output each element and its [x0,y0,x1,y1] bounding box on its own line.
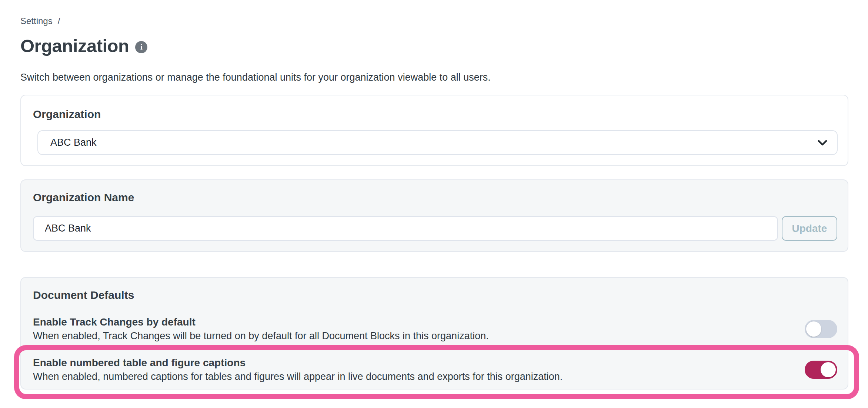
organization-name-row: Update [33,216,837,241]
setting-row-track-changes: Enable Track Changes by default When ena… [33,316,837,341]
organization-select[interactable]: ABC Bank [37,130,838,155]
track-changes-toggle[interactable] [805,320,837,338]
organization-name-input[interactable] [33,216,778,241]
page-title: Organization [20,36,129,55]
organization-card: Organization ABC Bank [20,95,848,166]
document-defaults-heading: Document Defaults [33,289,837,301]
page-subtitle: Switch between organizations or manage t… [20,72,848,83]
numbered-captions-description: When enabled, numbered captions for tabl… [33,371,562,382]
organization-name-card: Organization Name Update [20,179,848,252]
settings-organization-page: Settings / Organization i Switch between… [0,0,868,390]
toggle-knob [806,321,821,337]
info-icon[interactable]: i [135,41,147,53]
organization-label: Organization [33,108,837,121]
breadcrumb: Settings / [20,16,848,27]
document-defaults-card: Document Defaults Enable Track Changes b… [20,277,848,390]
chevron-down-icon [818,140,827,146]
organization-name-label: Organization Name [33,191,837,204]
numbered-captions-title: Enable numbered table and figure caption… [33,357,562,369]
track-changes-description: When enabled, Track Changes will be turn… [33,330,489,341]
organization-select-value: ABC Bank [50,137,97,148]
toggle-knob [821,362,836,377]
numbered-captions-toggle[interactable] [805,361,837,379]
breadcrumb-settings-link[interactable]: Settings [20,16,53,27]
breadcrumb-separator: / [58,16,60,27]
setting-row-numbered-captions: Enable numbered table and figure caption… [33,357,837,382]
page-header: Organization i [20,36,848,55]
track-changes-title: Enable Track Changes by default [33,316,489,328]
update-button[interactable]: Update [782,216,837,241]
